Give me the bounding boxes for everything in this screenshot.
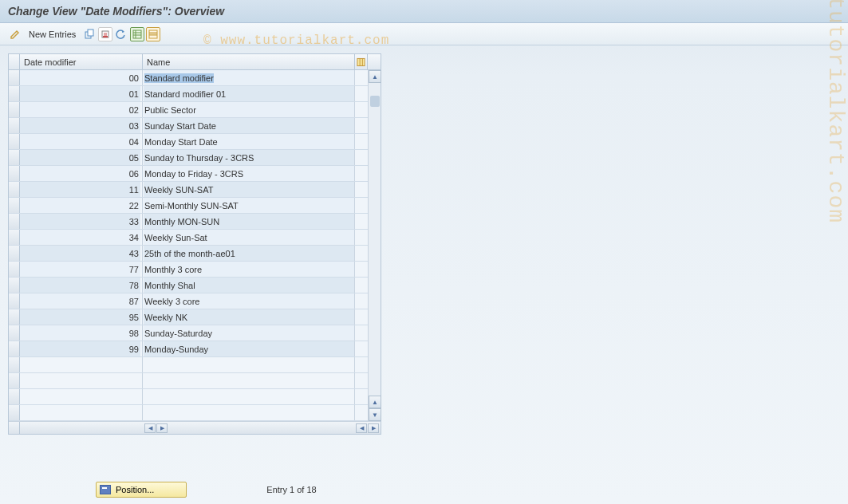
table-row: 99Monday-Sunday — [9, 341, 381, 357]
cell-name[interactable]: Standard modifier 01 — [143, 86, 355, 101]
cell-date-modifier[interactable] — [20, 357, 143, 372]
row-selector[interactable] — [9, 325, 20, 341]
cell-name[interactable]: Standard modifier — [143, 70, 355, 85]
new-entries-button[interactable]: New Entries — [24, 28, 81, 41]
table-row: 98Sunday-Saturday — [9, 325, 381, 341]
row-selector[interactable] — [9, 230, 20, 245]
cell-name[interactable]: Weekly Sun-Sat — [143, 230, 355, 245]
cell-date-modifier[interactable]: 11 — [20, 182, 143, 197]
vertical-scrollbar[interactable]: ▲ ▲ ▼ — [368, 70, 381, 421]
cell-name[interactable]: Sunday Start Date — [143, 118, 355, 133]
row-selector[interactable] — [9, 214, 20, 229]
table-row: 33Monthly MON-SUN — [9, 214, 381, 230]
row-selector[interactable] — [9, 293, 20, 309]
cell-name[interactable]: Monday-Sunday — [143, 341, 355, 356]
cell-date-modifier[interactable]: 99 — [20, 341, 143, 356]
row-selector[interactable] — [9, 309, 20, 325]
cell-name[interactable] — [143, 389, 355, 404]
scroll-thumb[interactable] — [370, 96, 380, 107]
row-selector[interactable] — [9, 389, 20, 404]
delete-icon[interactable] — [98, 27, 112, 41]
cell-name[interactable]: Weekly 3 core — [143, 293, 355, 309]
cell-name[interactable]: Semi-Monthly SUN-SAT — [143, 198, 355, 213]
row-selector[interactable] — [9, 262, 20, 277]
cell-date-modifier[interactable]: 77 — [20, 262, 143, 277]
select-block-icon[interactable] — [146, 27, 160, 41]
row-selector[interactable] — [9, 278, 20, 293]
cell-date-modifier[interactable]: 87 — [20, 293, 143, 309]
configure-columns-icon[interactable] — [355, 54, 368, 69]
cell-name[interactable]: Sunday to Thursday - 3CRS — [143, 150, 355, 165]
row-selector[interactable] — [9, 357, 20, 372]
copy-as-icon[interactable] — [82, 27, 97, 41]
cell-date-modifier[interactable] — [20, 373, 143, 388]
table-row — [9, 357, 381, 373]
cell-date-modifier[interactable]: 05 — [20, 150, 143, 165]
cell-name[interactable] — [143, 373, 355, 388]
cell-name[interactable]: Weekly NK — [143, 309, 355, 325]
page-title: Change View "Date Modifiers": Overview — [8, 5, 840, 18]
cell-date-modifier[interactable]: 01 — [20, 86, 143, 101]
scroll-down-icon[interactable]: ▲ — [369, 396, 381, 408]
cell-name[interactable]: Monday Start Date — [143, 134, 355, 149]
cell-date-modifier[interactable]: 02 — [20, 102, 143, 117]
cell-date-modifier[interactable]: 78 — [20, 278, 143, 293]
title-bar: Change View "Date Modifiers": Overview — [0, 0, 848, 23]
cell-date-modifier[interactable]: 03 — [20, 118, 143, 133]
scroll-right-end-icon[interactable]: ▶ — [368, 423, 379, 433]
scroll-left-icon[interactable]: ◀ — [144, 423, 156, 433]
position-button[interactable]: Position... — [96, 482, 187, 498]
undo-change-icon[interactable] — [114, 27, 128, 41]
cell-name[interactable]: Sunday-Saturday — [143, 325, 355, 341]
cell-date-modifier[interactable]: 00 — [20, 70, 143, 85]
cell-date-modifier[interactable] — [20, 405, 143, 420]
row-selector[interactable] — [9, 373, 20, 388]
select-all-icon[interactable] — [130, 27, 144, 41]
row-selector[interactable] — [9, 70, 20, 85]
row-selector[interactable] — [9, 246, 20, 261]
table-row — [9, 405, 381, 421]
cell-date-modifier[interactable]: 04 — [20, 134, 143, 149]
table-row — [9, 373, 381, 389]
cell-name[interactable]: Weekly SUN-SAT — [143, 182, 355, 197]
row-selector[interactable] — [9, 102, 20, 117]
cell-date-modifier[interactable]: 06 — [20, 166, 143, 181]
cell-name[interactable]: Public Sector — [143, 102, 355, 117]
cell-name[interactable]: 25th of the month-ae01 — [143, 246, 355, 261]
row-selector[interactable] — [9, 86, 20, 101]
row-selector[interactable] — [9, 198, 20, 213]
cell-date-modifier[interactable]: 43 — [20, 246, 143, 261]
toggle-display-change-icon[interactable] — [8, 27, 22, 41]
cell-date-modifier[interactable]: 33 — [20, 214, 143, 229]
scroll-up-icon[interactable]: ▲ — [369, 70, 381, 83]
cell-date-modifier[interactable]: 98 — [20, 325, 143, 341]
cell-name[interactable] — [143, 405, 355, 420]
row-selector[interactable] — [9, 182, 20, 197]
toolbar: New Entries — [0, 23, 848, 45]
cell-name[interactable]: Monthly 3 core — [143, 262, 355, 277]
table-row: 05Sunday to Thursday - 3CRS — [9, 150, 381, 166]
scroll-left-end-icon[interactable]: ◀ — [356, 423, 367, 433]
cell-name[interactable]: Monthly Shal — [143, 278, 355, 293]
cell-date-modifier[interactable]: 34 — [20, 230, 143, 245]
row-selector[interactable] — [9, 166, 20, 181]
table-row: 04Monday Start Date — [9, 134, 381, 150]
column-header-name[interactable]: Name — [143, 54, 355, 69]
footer: Position... Entry 1 of 18 — [96, 482, 317, 498]
cell-name[interactable] — [143, 357, 355, 372]
scroll-right-icon[interactable]: ▶ — [156, 423, 168, 433]
column-header-date-modifier[interactable]: Date modifier — [20, 54, 143, 69]
cell-date-modifier[interactable]: 22 — [20, 198, 143, 213]
row-selector[interactable] — [9, 118, 20, 133]
row-selector[interactable] — [9, 150, 20, 165]
cell-name[interactable]: Monthly MON-SUN — [143, 214, 355, 229]
cell-date-modifier[interactable] — [20, 389, 143, 404]
row-selector[interactable] — [9, 405, 20, 420]
cell-date-modifier[interactable]: 95 — [20, 309, 143, 325]
scroll-end-icon[interactable]: ▼ — [369, 408, 381, 421]
row-selector[interactable] — [9, 341, 20, 356]
table-row — [9, 389, 381, 405]
select-all-column-header[interactable] — [9, 54, 20, 69]
cell-name[interactable]: Monday to Friday - 3CRS — [143, 166, 355, 181]
row-selector[interactable] — [9, 134, 20, 149]
